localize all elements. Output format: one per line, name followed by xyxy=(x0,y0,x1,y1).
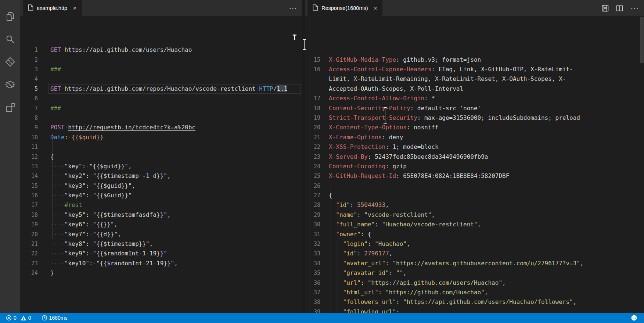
code-line[interactable]: 24Content-Encoding: gzip xyxy=(305,162,644,171)
code-line[interactable]: 36 "url": "https://api.github.com/users/… xyxy=(305,278,644,288)
code-line[interactable]: 27{ xyxy=(305,191,644,200)
debug-disabled-icon[interactable] xyxy=(0,73,20,96)
code-line[interactable]: 16Access-Control-Expose-Headers: ETag, L… xyxy=(305,65,644,74)
code-line[interactable]: 32 "login": "Huachao", xyxy=(305,239,644,249)
tab-example-http[interactable]: example.http ✕ xyxy=(23,0,82,16)
more-actions-icon[interactable]: ⋯ xyxy=(289,4,297,12)
code-line[interactable]: 34 "avatar_url": "https://avatars.github… xyxy=(305,259,644,268)
search-icon[interactable] xyxy=(0,28,20,51)
code-line[interactable]: 39 "following_url": xyxy=(305,307,644,313)
code-line[interactable]: 18Content-Security-Policy: default-src '… xyxy=(305,104,644,113)
code-line[interactable]: 14····"key2":·"{{$timestamp·-1·d}}", xyxy=(20,171,302,181)
warning-icon xyxy=(21,315,26,321)
code-line[interactable]: 17····#rest xyxy=(20,200,302,210)
line-number: 21 xyxy=(20,239,38,249)
clock-icon xyxy=(42,315,47,321)
code-line[interactable]: 2 xyxy=(20,55,302,65)
editor-group-right: Response(1680ms) ✕ ⋯ xyxy=(305,0,644,313)
code-line[interactable]: 9POST·http://requestb.in/tcdce4tc?k=a%20… xyxy=(20,123,302,132)
close-icon[interactable]: ✕ xyxy=(374,6,378,11)
code-line[interactable]: 10Date:·{{$guid}} xyxy=(20,133,302,142)
code-line[interactable]: 19Strict-Transport-Security: max-age=315… xyxy=(305,113,644,123)
feedback-smiley[interactable] xyxy=(628,313,640,323)
code-line[interactable]: 21····"key8":·"{{$timestamp}}", xyxy=(20,239,302,249)
scrollbar-thumb[interactable] xyxy=(640,17,644,63)
code-text: "followers_url": "https://api.github.com… xyxy=(329,297,576,307)
line-number: 12 xyxy=(20,152,38,162)
code-line[interactable]: 4 xyxy=(20,74,302,84)
split-editor-icon[interactable] xyxy=(616,5,623,12)
line-number: 16 xyxy=(305,65,320,74)
code-line[interactable]: 37 "html_url": "https://github.com/Huach… xyxy=(305,288,644,297)
right-editor-code: 15X-GitHub-Media-Type: github.v3; format… xyxy=(305,55,644,313)
code-line[interactable]: 25X-GitHub-Request-Id: 65E078E4:082A:1BE… xyxy=(305,171,644,181)
code-line[interactable]: 33 "id": 2796177, xyxy=(305,249,644,258)
code-text: Strict-Transport-Security: max-age=31536… xyxy=(329,113,580,123)
line-number: 13 xyxy=(20,162,38,171)
code-text: Access-Control-Expose-Headers: ETag, Lin… xyxy=(329,65,573,74)
save-icon[interactable] xyxy=(602,5,609,12)
source-control-icon[interactable] xyxy=(0,51,20,73)
code-text: ### xyxy=(50,65,61,74)
code-line[interactable]: Accepted-OAuth-Scopes, X-Poll-Interval xyxy=(305,84,644,94)
ibeam-cursor xyxy=(384,107,387,124)
code-line[interactable]: 15X-GitHub-Media-Type: github.v3; format… xyxy=(305,55,644,65)
line-number: 22 xyxy=(20,249,38,258)
code-line[interactable]: 12{ xyxy=(20,152,302,162)
code-line[interactable]: 18····"key5":·"{{$timestamfasdfa}}", xyxy=(20,210,302,220)
line-number: 28 xyxy=(305,200,320,210)
code-line[interactable]: 23····"key10":·"{{$randomInt·21·19}}", xyxy=(20,259,302,268)
code-text: Content-Encoding: gzip xyxy=(329,162,407,171)
line-number: 2 xyxy=(20,55,38,65)
code-line[interactable]: 28 "id": 55044933, xyxy=(305,200,644,210)
line-number: 33 xyxy=(305,249,320,258)
code-line[interactable]: 35 "gravatar_id": "", xyxy=(305,268,644,278)
code-line[interactable]: 16····"key4":·"{{$Guid}}" xyxy=(20,191,302,200)
line-number: 15 xyxy=(20,181,38,191)
more-actions-icon[interactable]: ⋯ xyxy=(630,4,639,12)
code-line[interactable]: 24} xyxy=(20,268,302,278)
line-number: 3 xyxy=(20,65,38,74)
code-line[interactable]: 8 xyxy=(20,113,302,123)
code-line[interactable]: 29 "name": "vscode-restclient", xyxy=(305,210,644,220)
close-icon[interactable]: ✕ xyxy=(73,6,77,11)
code-line[interactable]: 22····"key9":·"{{$randomInt·1·19}}" xyxy=(20,249,302,258)
explorer-icon[interactable] xyxy=(0,5,20,28)
code-line[interactable]: 22X-XSS-Protection: 1; mode=block xyxy=(305,142,644,152)
code-line[interactable]: 1GET·https://api.github.com/users/Huacha… xyxy=(20,45,302,55)
extensions-icon[interactable] xyxy=(0,96,20,119)
code-line[interactable]: 7### xyxy=(20,104,302,113)
code-line[interactable]: 15····"key3":·"{{$guid}}", xyxy=(20,181,302,191)
code-text: "url": "https://api.github.com/users/Hua… xyxy=(329,278,506,288)
code-line[interactable]: 6 xyxy=(20,94,302,103)
code-line[interactable]: 20····"key7":·"{{d}}", xyxy=(20,230,302,239)
current-code-line[interactable]: 5GET·https://api.github.com/repos/Huacha… xyxy=(20,84,302,94)
code-line[interactable]: 19····"key6":·"{{}}", xyxy=(20,220,302,229)
line-number: 18 xyxy=(20,210,38,220)
code-text: ····"key7":·"{{d}}", xyxy=(50,230,121,239)
line-number: 34 xyxy=(305,259,320,268)
code-line[interactable]: 20X-Content-Type-Options: nosniff xyxy=(305,123,644,132)
code-line[interactable]: 11 xyxy=(20,142,302,152)
left-tab-bar: example.http ✕ ⋯ xyxy=(20,0,302,16)
line-number: 17 xyxy=(20,200,38,210)
code-line[interactable]: Limit, X-RateLimit-Remaining, X-RateLimi… xyxy=(305,74,644,84)
problems-status[interactable]: 0 0 xyxy=(3,313,34,323)
code-text: GET·https://api.github.com/repos/Huachao… xyxy=(50,84,287,94)
code-line[interactable]: 23X-Served-By: 52437fedc85beec8da3449496… xyxy=(305,152,644,162)
code-line[interactable]: 30 "full_name": "Huachao/vscode-restclie… xyxy=(305,220,644,229)
code-line[interactable]: 38 "followers_url": "https://api.github.… xyxy=(305,297,644,307)
code-line[interactable]: 3### xyxy=(20,65,302,74)
line-number: 32 xyxy=(305,239,320,249)
tab-response[interactable]: Response(1680ms) ✕ xyxy=(307,0,382,16)
line-number: 38 xyxy=(305,297,320,307)
code-line[interactable]: 31 "owner": { xyxy=(305,230,644,239)
response-time-status[interactable]: 1680ms xyxy=(39,313,71,323)
code-text: ····"key5":·"{{$timestamfasdfa}}", xyxy=(50,210,171,220)
code-text: "login": "Huachao", xyxy=(329,239,410,249)
code-line[interactable]: 26 xyxy=(305,181,644,191)
line-number: 26 xyxy=(305,181,320,191)
code-line[interactable]: 21X-Frame-Options: deny xyxy=(305,133,644,142)
code-line[interactable]: 17Access-Control-Allow-Origin: * xyxy=(305,94,644,103)
code-line[interactable]: 13····"key":·"{{$guid}}", xyxy=(20,162,302,171)
